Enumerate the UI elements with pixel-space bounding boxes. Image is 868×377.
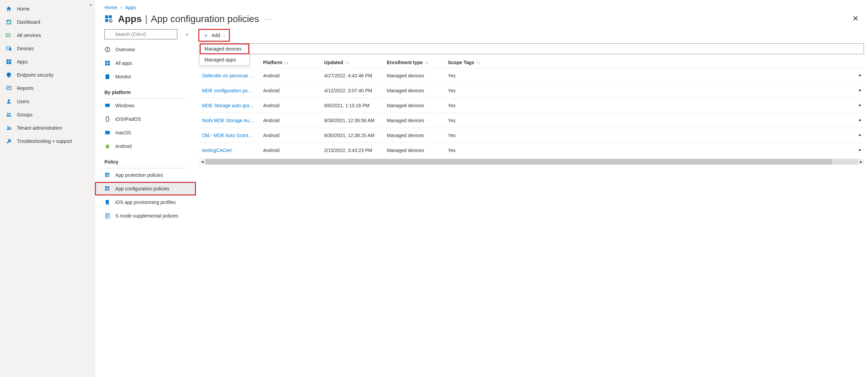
mac-icon [104,130,111,136]
dd-managed-devices[interactable]: Managed devices [200,43,249,54]
nav-groups[interactable]: Groups [0,108,95,121]
blade-label: All apps [115,60,132,66]
nav-label: Groups [17,112,33,117]
svg-rect-54 [106,200,109,204]
row-more-icon[interactable]: • [856,68,864,83]
android-icon [104,143,111,149]
blade-search-input[interactable] [104,29,177,39]
row-more-icon[interactable]: • [856,98,864,113]
svg-rect-36 [108,63,110,65]
workspace: « Overview All apps [95,29,868,377]
row-name[interactable]: Defender on personal … [199,68,260,83]
row-enrollment: Managed devices [384,68,445,83]
svg-rect-48 [107,173,109,174]
blade-item-monitor[interactable]: Monitor [95,70,196,83]
collapse-nav-icon[interactable]: « [89,2,92,7]
svg-point-21 [7,126,9,128]
nav-users[interactable]: Users [0,95,95,108]
blade-policy-ios-provisioning[interactable]: iOS app provisioning profiles [95,195,196,209]
scroll-left-icon[interactable]: ◀ [199,160,205,164]
collapse-blade-icon[interactable]: « [186,32,189,37]
horizontal-scrollbar[interactable]: ◀ ▶ [199,159,864,165]
svg-rect-43 [105,134,110,135]
svg-point-20 [9,113,11,114]
dd-managed-apps[interactable]: Managed apps [200,54,249,65]
scroll-thumb[interactable] [205,159,832,165]
row-platform: Android [260,113,321,128]
svg-point-18 [8,99,10,101]
row-updated: 9/6/2021, 1:15:16 PM [321,98,384,113]
blade-label: App configuration policies [115,186,170,191]
nav-label: Dashboard [17,19,40,25]
nav-label: Apps [17,59,28,64]
blade-label: iOS app provisioning profiles [115,200,176,205]
blade-platform-android[interactable]: Android [95,139,196,153]
svg-point-9 [6,36,7,37]
row-updated: 9/30/2021, 12:39:56 AM [321,113,384,128]
nav-endpoint-security[interactable]: Endpoint security [0,68,95,81]
filter-input[interactable] [199,43,864,54]
row-name[interactable]: MDE Storage auto gra… [199,98,260,113]
nav-reports[interactable]: Reports [0,81,95,95]
row-more-icon[interactable]: • [856,143,864,158]
breadcrumb-home[interactable]: Home [104,5,117,10]
nav-home[interactable]: Home [0,2,95,15]
blade-heading-policy: Policy [95,156,196,167]
apps-gear-icon [104,186,111,192]
row-name[interactable]: MDE configuration po… [199,83,260,98]
svg-point-7 [6,33,7,34]
page-header: Apps | App configuration policies ··· ✕ [95,12,868,29]
col-enrollment[interactable]: Enrollment type↑↓ [384,57,445,68]
row-enrollment: Managed devices [384,98,445,113]
scroll-right-icon[interactable]: ▶ [858,160,864,164]
svg-rect-23 [105,15,108,18]
nav-dashboard[interactable]: Dashboard [0,15,95,29]
breadcrumb-apps[interactable]: Apps [125,5,136,10]
row-more-icon[interactable]: • [856,113,864,128]
row-name[interactable]: Old - MDE Auto Grant… [199,128,260,143]
nav-label: Home [17,6,29,12]
col-scope[interactable]: Scope Tags↑↓ [445,57,856,68]
nav-label: Reports [17,86,34,91]
col-updated[interactable]: Updated↑↓ [321,57,384,68]
apps-shield-icon [104,172,111,178]
add-label: Add [212,33,220,38]
blade-label: Overview [115,47,135,52]
blade-scroll[interactable]: Overview All apps Monitor By platform [95,43,197,223]
blade-label: Windows [115,103,135,108]
row-name[interactable]: Nishi MDE Storage Au… [199,113,260,128]
blade-policy-protection[interactable]: App protection policies [95,168,196,182]
svg-rect-33 [105,61,107,63]
ios-icon [104,116,111,122]
blade-item-all-apps[interactable]: All apps [95,56,196,70]
more-actions-icon[interactable]: ··· [265,16,272,23]
close-icon[interactable]: ✕ [852,14,859,23]
nav-troubleshooting[interactable]: Troubleshooting + support [0,134,95,148]
table-row: Old - MDE Auto Grant…Android9/30/2021, 1… [199,128,864,143]
scroll-track[interactable] [205,159,858,165]
table-row: MDE configuration po…Android4/12/2022, 3… [199,83,864,98]
table-row: Nishi MDE Storage Au…Android9/30/2021, 1… [199,113,864,128]
blade-label: S mode supplemental policies [115,213,178,219]
nav-apps[interactable]: Apps [0,55,95,68]
blade-platform-macos[interactable]: macOS [95,126,196,139]
nav-all-services[interactable]: All services [0,29,95,42]
row-name[interactable]: testingCACert [199,143,260,158]
users-icon [5,98,12,105]
blade-platform-ios[interactable]: iOS/iPadOS [95,112,196,126]
nav-devices[interactable]: Devices [0,42,95,55]
blade-platform-windows[interactable]: Windows [95,99,196,112]
blade-item-overview[interactable]: Overview [95,43,196,56]
add-button[interactable]: ＋ Add ⌄ [199,30,229,41]
list-icon [5,32,12,39]
apps-icon [5,58,12,65]
row-more-icon[interactable]: • [856,128,864,143]
plus-icon: ＋ [203,31,209,39]
breadcrumb-sep: › [120,5,122,10]
title-page: App configuration policies [151,14,259,24]
blade-policy-configuration[interactable]: App configuration policies [95,182,196,195]
nav-tenant-admin[interactable]: Tenant administration [0,121,95,134]
row-more-icon[interactable]: • [856,83,864,98]
col-platform[interactable]: Platform↑↓ [260,57,321,68]
blade-policy-smode[interactable]: S mode supplemental policies [95,209,196,223]
